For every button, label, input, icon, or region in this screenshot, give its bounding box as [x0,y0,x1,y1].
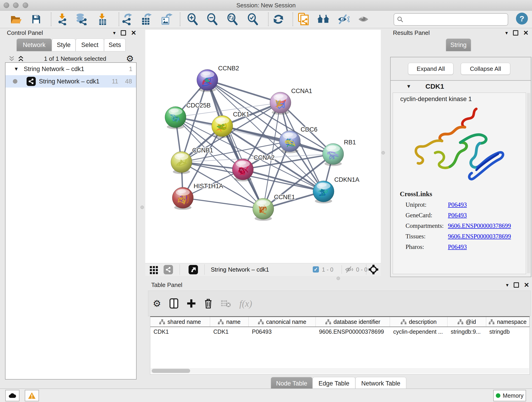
cloud-button[interactable] [5,390,19,401]
zoom-in-icon[interactable] [186,13,199,26]
tab-network-table[interactable]: Network Table [355,377,406,390]
crosslink-label: Tissues: [405,233,448,240]
panel-menu-icon[interactable]: ▾ [113,30,115,36]
save-session-icon[interactable] [30,13,43,26]
import-table-file-icon[interactable] [96,13,109,26]
table-cell: stringdb:9... [447,327,486,336]
fit-selection-crosshair-icon[interactable] [369,265,378,274]
selected-checkbox-icon[interactable]: ✓ [313,266,319,273]
crosslink-row: GeneCard:P06493 [400,212,511,219]
crosslink-value-pharos[interactable]: P06493 [448,243,467,250]
panel-menu-icon[interactable]: ▾ [505,30,508,36]
clear-table-icon[interactable] [221,299,231,307]
memory-button[interactable]: Memory [493,390,526,401]
collection-label: String Network – cdk1 [24,65,84,73]
warning-icon [28,392,36,399]
zoom-fit-icon[interactable] [226,13,239,26]
tab-select[interactable]: Select [76,38,104,51]
gene-section-header[interactable]: ▼ CDK1 [391,81,531,92]
grid-view-icon[interactable] [149,264,160,275]
right-splitter-handle[interactable] [381,151,385,154]
import-network-database-icon[interactable] [75,13,88,26]
network-edge-HIST1H1A-CCNE1[interactable] [183,198,263,209]
function-builder-icon[interactable]: f(x) [239,298,252,309]
column-header-database-identifier[interactable]: database identifier [316,317,390,327]
crosslink-value-tissues[interactable]: 9606.ENSP00000378699 [448,233,511,240]
show-all-eye-icon[interactable] [357,13,370,26]
close-panel-icon[interactable]: ✕ [131,30,136,36]
bottom-splitter-handle[interactable] [336,277,340,280]
close-panel-icon[interactable]: ✕ [524,282,529,288]
help-button[interactable]: ? [516,13,528,25]
warning-button[interactable] [25,390,39,401]
cloud-icon [8,393,16,398]
column-header-shared-name[interactable]: shared name [150,317,210,327]
table-row[interactable]: CDK1CDK1P064939606.ENSP00000378699cyclin… [150,327,530,336]
network-node-RB1[interactable]: RB1 [323,139,356,166]
window-title: Session: New Session [0,2,532,9]
expand-all-button[interactable]: Expand All [408,63,453,75]
float-panel-icon[interactable] [514,282,519,288]
footer-separator [366,264,366,275]
crosslink-value-genecard[interactable]: P06493 [448,212,467,219]
crosslink-value-uniprot[interactable]: P06493 [448,201,467,208]
float-panel-icon[interactable] [513,30,518,36]
tab-node-table[interactable]: Node Table [271,377,312,390]
open-session-icon[interactable] [10,13,22,26]
table-h-scrollbar[interactable] [151,368,529,374]
tab-network[interactable]: Network [17,38,52,51]
search-input[interactable] [404,15,508,24]
network-canvas[interactable]: CCNB2CCNA1CDC25BCDK1CDC6RB1CCNB1CCNA2CDK… [145,30,381,263]
network-node-CCNE1[interactable]: CCNE1 [253,194,295,221]
string-network-icon[interactable] [164,265,173,274]
gene-collapse-icon[interactable]: ▼ [406,83,411,89]
export-image-icon[interactable] [160,13,173,26]
network-node-CCNA1[interactable]: CCNA1 [270,88,312,115]
panel-menu-icon[interactable]: ▾ [506,282,508,288]
export-network-icon[interactable] [120,13,133,26]
network-edge-CCNB2-CCNA1[interactable] [207,80,280,103]
column-header-canonical-name[interactable]: canonical name [249,317,316,327]
column-header-description[interactable]: description [390,317,447,327]
tab-style[interactable]: Style [52,38,76,51]
collection-expand-icon[interactable]: ▼ [14,66,19,72]
network-label: String Network – cdk1 [39,78,99,85]
string-results-box: ▼ CDK1 cyclin-dependent kinase 1 [390,80,531,277]
column-header-name[interactable]: name [210,317,249,327]
apply-layout-refresh-icon[interactable] [272,13,285,26]
expand-all-icon[interactable] [17,55,24,62]
table-gear-icon[interactable]: ⚙ [153,298,161,309]
zoom-out-icon[interactable] [206,13,219,26]
column-header-namespace[interactable]: namespace [486,317,530,327]
network-row[interactable]: String Network – cdk1 11 48 [6,75,136,88]
network-collection-row[interactable]: ▼ String Network – cdk1 1 [6,63,136,75]
table-cell: 9606.ENSP00000378699 [316,327,390,336]
tab-edge-table[interactable]: Edge Table [312,377,355,390]
delete-column-icon[interactable] [204,298,212,308]
add-column-icon[interactable] [187,299,196,308]
crosslink-value-compartments[interactable]: 9606.ENSP00000378699 [448,222,511,230]
column-header-@id[interactable]: @id [447,317,486,327]
close-panel-icon[interactable]: ✕ [523,30,529,36]
duplicate-network-icon[interactable] [297,13,310,26]
collapse-all-button[interactable]: Collapse All [461,63,510,75]
hidden-eye-icon[interactable] [345,266,353,273]
table-tabs: Node Table Edge Table Network Table [271,377,406,390]
columns-icon[interactable] [169,298,178,309]
network-node-HIST1H1A[interactable]: HIST1H1A [172,183,223,210]
zoom-selected-icon[interactable] [247,13,259,26]
export-table-icon[interactable] [140,13,153,26]
collapse-all-icon[interactable] [8,55,15,62]
left-splitter-handle[interactable] [140,206,144,209]
float-panel-icon[interactable] [121,30,126,36]
network-node-CDKN1A[interactable]: CDKN1A [313,176,360,203]
edge-count: 48 [125,78,132,85]
import-network-file-icon[interactable] [56,13,69,26]
results-scrollbar[interactable] [527,93,530,273]
first-neighbors-icon[interactable] [317,13,330,26]
birdseye-view-icon[interactable] [189,265,198,274]
tab-string[interactable]: String [446,38,471,51]
hide-selected-eye-icon[interactable] [337,13,350,26]
control-panel: Control Panel ▾ ✕ Network Style Select S… [2,29,139,380]
tab-sets[interactable]: Sets [104,38,126,51]
